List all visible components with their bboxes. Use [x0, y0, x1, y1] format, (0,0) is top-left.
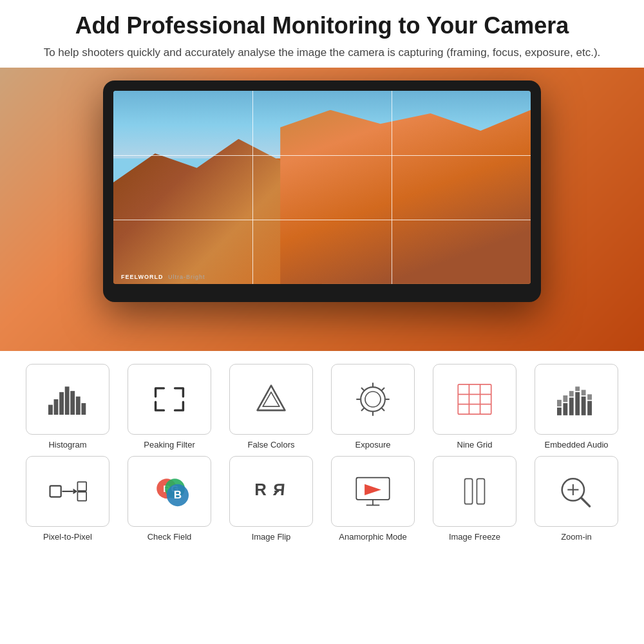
feature-anamorphic: Anamorphic Mode	[325, 456, 421, 542]
monitor-brand-label: FEELWORLD Ultra-Bright	[121, 273, 205, 280]
check-field-icon: R G B	[144, 472, 195, 511]
exposure-icon	[347, 380, 399, 419]
feature-histogram: Histogram	[19, 364, 116, 450]
svg-line-15	[382, 388, 384, 390]
feature-zoom: Zoom-in	[528, 456, 625, 542]
nine-grid-icon-box	[433, 364, 516, 435]
check-field-label: Check Field	[147, 532, 192, 542]
svg-rect-24	[569, 397, 574, 415]
svg-text:R: R	[272, 480, 285, 498]
svg-rect-2	[59, 392, 64, 415]
page-title: Add Professional Monitoring to Your Came…	[26, 12, 618, 39]
check-field-icon-box: R G B	[128, 456, 211, 527]
svg-line-14	[382, 408, 384, 410]
feature-check-field: R G B Check Field	[121, 456, 218, 542]
feature-nine-grid: Nine Grid	[426, 364, 523, 450]
nine-grid-label: Nine Grid	[457, 440, 493, 450]
svg-rect-52	[465, 478, 473, 504]
svg-rect-17	[458, 384, 491, 414]
peaking-label: Peaking Filter	[144, 440, 194, 450]
svg-marker-36	[73, 488, 78, 494]
freeze-label: Image Freeze	[449, 532, 500, 542]
monitor-section: FEELWORLD Ultra-Bright	[0, 68, 644, 351]
feature-audio: Embedded Audio	[528, 364, 625, 450]
pixel-icon	[42, 472, 93, 511]
zoom-icon-box	[535, 456, 618, 527]
flip-label: Image Flip	[252, 532, 291, 542]
flip-icon: R R	[245, 472, 297, 511]
monitor-device: FEELWORLD Ultra-Bright	[103, 80, 541, 302]
false-colors-icon	[245, 380, 297, 419]
svg-rect-53	[477, 478, 484, 504]
svg-point-8	[365, 392, 381, 407]
svg-text:R: R	[254, 480, 267, 498]
audio-icon	[551, 380, 602, 419]
svg-rect-32	[582, 390, 586, 395]
feature-flip: R R Image Flip	[223, 456, 319, 542]
svg-marker-51	[365, 484, 381, 495]
anamorphic-icon-box	[331, 456, 415, 527]
feature-freeze: Image Freeze	[426, 456, 523, 542]
pixel-icon-box	[26, 456, 109, 527]
svg-rect-25	[575, 392, 580, 415]
monitor-body: FEELWORLD Ultra-Bright	[103, 80, 541, 302]
flip-icon-box: R R	[229, 456, 313, 527]
exposure-icon-box	[331, 364, 415, 435]
header-section: Add Professional Monitoring to Your Came…	[0, 0, 644, 68]
svg-rect-28	[557, 400, 562, 406]
svg-rect-3	[65, 386, 70, 415]
nine-grid-icon	[449, 380, 500, 419]
audio-icon-box	[535, 364, 618, 435]
svg-rect-4	[70, 391, 75, 415]
svg-line-16	[361, 408, 364, 410]
svg-rect-23	[563, 403, 567, 415]
svg-rect-38	[77, 492, 86, 501]
svg-rect-22	[557, 408, 562, 415]
pixel-label: Pixel-to-Pixel	[43, 532, 92, 542]
svg-text:B: B	[174, 488, 182, 501]
exposure-label: Exposure	[355, 440, 391, 450]
feature-peaking: Peaking Filter	[121, 364, 218, 450]
audio-label: Embedded Audio	[544, 440, 608, 450]
svg-point-7	[361, 387, 385, 412]
svg-rect-6	[81, 403, 86, 415]
svg-rect-27	[587, 401, 592, 415]
false-colors-icon-box	[229, 364, 313, 435]
feature-pixel: Pixel-to-Pixel	[19, 456, 116, 542]
anamorphic-icon	[347, 472, 399, 511]
page-subtitle: To help shooters quickly and accurately …	[26, 44, 618, 61]
svg-rect-31	[575, 386, 580, 391]
peaking-icon-box	[128, 364, 211, 435]
svg-rect-37	[77, 482, 86, 491]
feature-exposure: Exposure	[325, 364, 421, 450]
screen-content	[113, 91, 531, 284]
svg-line-13	[361, 388, 364, 390]
anamorphic-label: Anamorphic Mode	[339, 532, 407, 542]
histogram-label: Histogram	[48, 440, 86, 450]
svg-rect-30	[569, 391, 574, 397]
svg-rect-34	[50, 486, 61, 497]
false-colors-label: False Colors	[248, 440, 295, 450]
freeze-icon-box	[433, 456, 516, 527]
terrain-right	[280, 110, 531, 284]
freeze-icon	[449, 472, 500, 511]
feature-false-colors: False Colors	[223, 364, 319, 450]
svg-line-55	[582, 498, 590, 506]
histogram-icon	[42, 380, 93, 419]
features-section: Histogram Peaking Filter	[0, 351, 644, 548]
svg-rect-1	[54, 399, 59, 415]
zoom-label: Zoom-in	[561, 532, 592, 542]
svg-rect-5	[76, 396, 80, 414]
svg-rect-0	[48, 404, 53, 414]
histogram-icon-box	[26, 364, 109, 435]
features-grid: Histogram Peaking Filter	[19, 364, 625, 542]
monitor-screen: FEELWORLD Ultra-Bright	[113, 91, 531, 284]
peaking-icon	[144, 380, 195, 419]
svg-rect-33	[587, 394, 592, 400]
svg-rect-29	[563, 395, 567, 402]
svg-rect-26	[582, 396, 586, 415]
zoom-icon	[551, 472, 602, 511]
